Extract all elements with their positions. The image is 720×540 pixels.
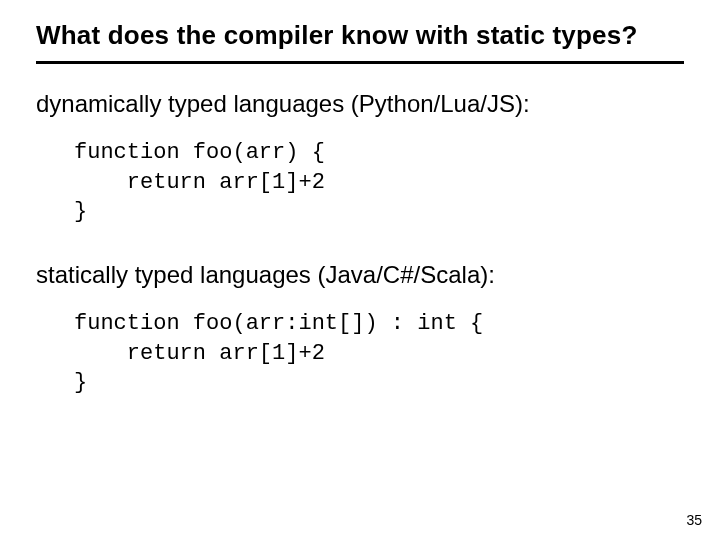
static-section-label: statically typed languages (Java/C#/Scal…	[36, 261, 684, 289]
slide: What does the compiler know with static …	[0, 0, 720, 540]
slide-title: What does the compiler know with static …	[36, 20, 684, 64]
static-code-block: function foo(arr:int[]) : int { return a…	[74, 309, 684, 398]
page-number: 35	[686, 512, 702, 528]
dynamic-section-label: dynamically typed languages (Python/Lua/…	[36, 90, 684, 118]
dynamic-code-block: function foo(arr) { return arr[1]+2 }	[74, 138, 684, 227]
